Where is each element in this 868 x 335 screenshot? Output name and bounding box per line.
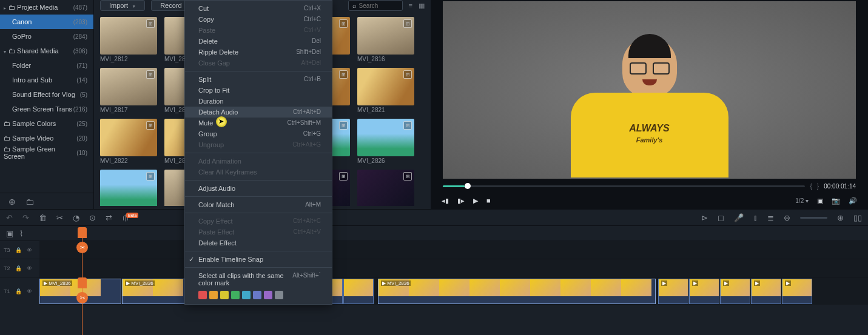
media-thumb[interactable]: ⊞MVI_2827 [100,170,157,206]
search-input[interactable] [359,2,392,9]
render-icon[interactable]: ⊳ [701,213,708,222]
zoom-in-icon[interactable]: ⊕ [837,213,844,222]
timeline-clip[interactable]: ▶ [720,279,750,304]
next-frame-button[interactable]: ▮▸ [457,197,465,205]
pin-icon[interactable]: ▣ [6,229,13,238]
context-menu-item[interactable]: DeleteDel [185,36,332,47]
context-menu-item[interactable]: Duration [185,96,332,107]
media-thumb[interactable]: ⊞MVI_2826 [357,119,414,167]
sidebar-item[interactable]: 🗀 Sample Video(20) [0,131,93,145]
undo-icon[interactable]: ↶ [6,213,13,222]
context-menu-item[interactable]: Adjust Audio [185,183,332,194]
snapshot-icon[interactable]: ▣ [817,197,823,205]
sidebar-item[interactable]: Canon(203) [0,15,93,29]
color-swatch[interactable] [264,291,272,299]
sidebar-item[interactable]: 🗀 Sample Colors(25) [0,116,93,131]
timeline-track[interactable]: T2🔒👁 [0,259,868,277]
settings-icon[interactable]: ⇄ [106,213,112,222]
context-menu-item[interactable]: Select all clips with the same color mar… [185,270,332,288]
sidebar-item[interactable]: Folder(71) [0,58,93,73]
timeline-clip[interactable]: ▶ [689,279,719,304]
open-folder-icon[interactable]: 🗀 [25,197,34,207]
voiceover-icon[interactable]: 🎤 [734,213,744,222]
sidebar-item[interactable]: ▾🗀 Shared Media(306) [0,44,93,58]
timeline-clip[interactable]: ▶ MVI_2836 [378,279,656,304]
volume-icon[interactable]: 🔊 [849,197,857,205]
delete-icon[interactable]: 🗑 [39,213,47,222]
color-swatch[interactable] [231,291,240,299]
mark-in-icon[interactable]: { [810,183,812,190]
mixer-icon[interactable]: ⫿ [753,213,758,222]
crop-icon[interactable]: ◔ [73,213,79,222]
stop-button[interactable]: ■ [486,197,491,204]
context-menu-item[interactable]: Delete Effect [185,237,332,248]
split-icon[interactable]: ✂ [56,213,63,222]
add-to-timeline-icon: ⊞ [146,70,155,79]
color-swatch[interactable] [198,291,207,299]
context-menu-item[interactable]: Ripple DeleteShift+Del [185,47,332,58]
timeline-playhead[interactable]: ✂ [82,227,82,335]
sidebar-item[interactable]: GoPro(284) [0,29,93,44]
manage-tracks-icon[interactable]: ≣ [767,213,774,222]
preview-timecode: 00:00:01:14 [824,183,856,190]
color-swatch[interactable] [275,291,283,299]
add-to-timeline-icon: ⊞ [339,172,348,181]
color-swatch[interactable] [242,291,251,299]
sidebar-item[interactable]: Green Screen Trans(216) [0,102,93,116]
lock-icon: 🔒 [15,247,22,253]
sidebar-item[interactable]: Intro and Sub(14) [0,73,93,87]
media-thumb[interactable]: ⊞MVI_2817 [100,68,157,116]
eye-icon: 👁 [27,247,32,253]
timeline-track[interactable]: T3🔒👁 [0,240,868,259]
media-thumb[interactable]: ⊞MVI_2816 [357,17,414,65]
scrub-bar[interactable] [443,185,805,187]
zoom-slider[interactable] [800,217,827,219]
timeline-clip[interactable]: ▶ [751,279,781,304]
timeline-track[interactable]: T1🔒👁✂▶ MVI_2836▶ MVI_2836▶ MVI_2836▶▶▶▶▶ [0,277,868,305]
sort-icon[interactable]: ≡ [409,2,412,9]
link-icon[interactable]: ⌇ [19,229,23,238]
new-bin-icon[interactable]: ⊕ [8,197,16,207]
add-to-timeline-icon: ⊞ [146,172,155,181]
play-button[interactable]: ▶ [473,197,478,205]
color-swatch[interactable] [209,291,218,299]
context-menu-item[interactable]: MuteCtrl+Shift+M [185,118,332,128]
media-thumb[interactable]: ⊞MVI_2812 [100,17,157,65]
context-menu-item[interactable]: SplitCtrl+B [185,74,332,85]
context-menu-item[interactable]: Crop to Fit [185,85,332,96]
context-menu-item[interactable]: Color MatchAlt+M [185,199,332,210]
sidebar-item[interactable]: 🗀 Sample Green Screen(10) [0,145,93,160]
adjust-icon[interactable]: ⫛Beta [122,213,142,222]
preview-video[interactable]: ALWAYS Family's [443,1,856,179]
page-indicator: 1/2 ▾ [795,197,809,204]
timeline-clip[interactable]: ▶ MVI_2836 [122,279,186,304]
zoom-out-icon[interactable]: ⊖ [784,213,790,222]
import-button[interactable]: Import▼ [100,0,145,11]
timeline-clip[interactable]: ▶ [782,279,812,304]
context-menu-item[interactable]: Detach AudioCtrl+Alt+D [185,107,332,118]
grid-view-icon[interactable]: ▦ [419,2,425,10]
marker-icon[interactable]: ◻ [718,213,724,222]
context-menu-item[interactable]: CutCtrl+X [185,3,332,14]
media-thumb[interactable]: ⊞er I... [357,170,414,206]
sidebar-item[interactable]: ▸🗀 Project Media(487) [0,0,93,15]
timeline-clip[interactable] [343,279,374,304]
media-thumb[interactable]: ⊞MVI_2822 [100,119,157,167]
context-menu-item[interactable]: CopyCtrl+C [185,14,332,25]
context-menu-item[interactable]: ✓Enable Timeline Snap [185,254,332,265]
color-swatch[interactable] [220,291,229,299]
mark-out-icon[interactable]: } [817,183,819,190]
speed-icon[interactable]: ⊙ [89,213,96,222]
timeline-clip[interactable]: ▶ [658,279,688,304]
context-menu-item[interactable]: GroupCtrl+G [185,128,332,139]
zoom-fit-icon[interactable]: ▯▯ [853,213,862,222]
media-thumb[interactable]: ⊞MVI_2821 [357,68,414,116]
sidebar-item[interactable]: Sound Effect for Vlog(5) [0,87,93,102]
search-box[interactable]: ⌕ [348,0,403,11]
prev-frame-button[interactable]: ◂▮ [442,197,449,205]
search-icon: ⌕ [352,2,357,9]
add-to-timeline-icon: ⊞ [403,121,412,130]
color-swatch[interactable] [253,291,261,299]
redo-icon[interactable]: ↷ [22,213,29,222]
camera-icon[interactable]: 📷 [832,197,840,205]
